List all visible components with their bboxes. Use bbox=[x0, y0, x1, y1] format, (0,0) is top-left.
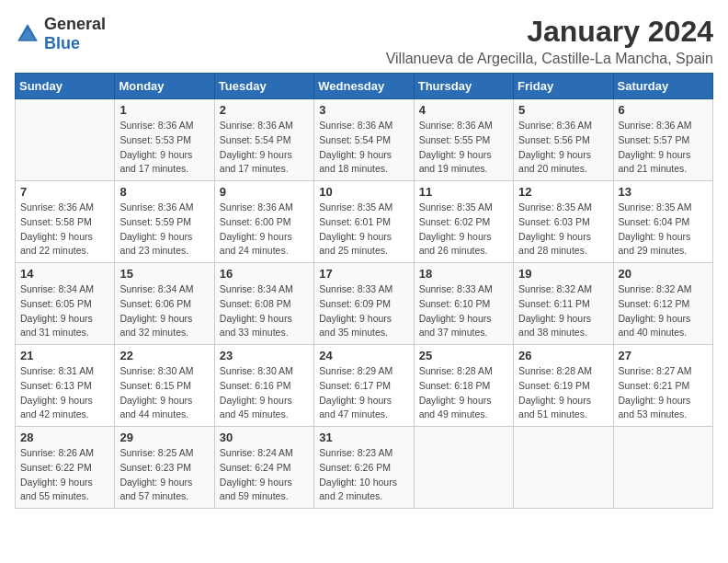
day-info: Sunrise: 8:26 AM Sunset: 6:22 PM Dayligh… bbox=[20, 446, 109, 504]
day-info: Sunrise: 8:31 AM Sunset: 6:13 PM Dayligh… bbox=[20, 364, 109, 422]
day-number: 13 bbox=[619, 185, 708, 199]
day-number: 5 bbox=[518, 103, 608, 117]
day-info: Sunrise: 8:34 AM Sunset: 6:05 PM Dayligh… bbox=[20, 282, 109, 340]
calendar-header-row: SundayMondayTuesdayWednesdayThursdayFrid… bbox=[16, 74, 713, 99]
calendar-cell: 20Sunrise: 8:32 AM Sunset: 6:12 PM Dayli… bbox=[613, 263, 712, 345]
calendar-cell: 12Sunrise: 8:35 AM Sunset: 6:03 PM Dayli… bbox=[514, 181, 613, 263]
day-info: Sunrise: 8:36 AM Sunset: 6:00 PM Dayligh… bbox=[220, 201, 309, 259]
day-info: Sunrise: 8:28 AM Sunset: 6:18 PM Dayligh… bbox=[419, 364, 508, 422]
day-number: 14 bbox=[20, 267, 109, 281]
day-number: 10 bbox=[319, 185, 408, 199]
day-number: 16 bbox=[220, 267, 309, 281]
calendar-cell: 4Sunrise: 8:36 AM Sunset: 5:55 PM Daylig… bbox=[414, 99, 513, 181]
day-info: Sunrise: 8:33 AM Sunset: 6:10 PM Dayligh… bbox=[419, 282, 508, 340]
calendar-cell: 26Sunrise: 8:28 AM Sunset: 6:19 PM Dayli… bbox=[514, 345, 613, 427]
calendar-week-row: 7Sunrise: 8:36 AM Sunset: 5:58 PM Daylig… bbox=[16, 181, 713, 263]
day-number: 19 bbox=[518, 267, 608, 281]
location-title: Villanueva de Argecilla, Castille-La Man… bbox=[386, 51, 713, 67]
col-header-wednesday: Wednesday bbox=[314, 74, 414, 99]
calendar-cell: 30Sunrise: 8:24 AM Sunset: 6:24 PM Dayli… bbox=[214, 427, 313, 509]
day-number: 25 bbox=[419, 349, 508, 362]
calendar-cell: 10Sunrise: 8:35 AM Sunset: 6:01 PM Dayli… bbox=[314, 181, 414, 263]
day-info: Sunrise: 8:32 AM Sunset: 6:11 PM Dayligh… bbox=[518, 282, 608, 340]
day-info: Sunrise: 8:29 AM Sunset: 6:17 PM Dayligh… bbox=[319, 364, 408, 422]
day-number: 8 bbox=[119, 185, 209, 199]
month-title: January 2024 bbox=[386, 15, 713, 49]
day-number: 20 bbox=[619, 267, 708, 281]
day-number: 26 bbox=[518, 349, 608, 362]
day-info: Sunrise: 8:28 AM Sunset: 6:19 PM Dayligh… bbox=[518, 364, 608, 422]
day-info: Sunrise: 8:33 AM Sunset: 6:09 PM Dayligh… bbox=[319, 282, 408, 340]
day-number: 3 bbox=[319, 103, 408, 117]
day-number: 31 bbox=[319, 431, 408, 444]
day-number: 4 bbox=[419, 103, 508, 117]
day-number: 30 bbox=[220, 431, 309, 444]
calendar-cell bbox=[613, 427, 712, 509]
day-number: 29 bbox=[119, 431, 209, 444]
col-header-monday: Monday bbox=[115, 74, 214, 99]
day-info: Sunrise: 8:34 AM Sunset: 6:06 PM Dayligh… bbox=[119, 282, 209, 340]
calendar-cell: 29Sunrise: 8:25 AM Sunset: 6:23 PM Dayli… bbox=[115, 427, 214, 509]
calendar-cell: 23Sunrise: 8:30 AM Sunset: 6:16 PM Dayli… bbox=[214, 345, 313, 427]
day-number: 15 bbox=[119, 267, 209, 281]
day-info: Sunrise: 8:30 AM Sunset: 6:16 PM Dayligh… bbox=[220, 364, 309, 422]
day-info: Sunrise: 8:35 AM Sunset: 6:02 PM Dayligh… bbox=[419, 201, 508, 259]
calendar-week-row: 28Sunrise: 8:26 AM Sunset: 6:22 PM Dayli… bbox=[16, 427, 713, 509]
calendar-table: SundayMondayTuesdayWednesdayThursdayFrid… bbox=[15, 73, 713, 509]
col-header-thursday: Thursday bbox=[414, 74, 513, 99]
calendar-cell: 14Sunrise: 8:34 AM Sunset: 6:05 PM Dayli… bbox=[16, 263, 115, 345]
logo-general-text: General bbox=[44, 15, 106, 33]
col-header-saturday: Saturday bbox=[613, 74, 712, 99]
day-info: Sunrise: 8:32 AM Sunset: 6:12 PM Dayligh… bbox=[619, 282, 708, 340]
calendar-cell: 2Sunrise: 8:36 AM Sunset: 5:54 PM Daylig… bbox=[214, 99, 313, 181]
day-info: Sunrise: 8:36 AM Sunset: 5:54 PM Dayligh… bbox=[220, 119, 309, 177]
calendar-cell: 31Sunrise: 8:23 AM Sunset: 6:26 PM Dayli… bbox=[314, 427, 414, 509]
day-info: Sunrise: 8:24 AM Sunset: 6:24 PM Dayligh… bbox=[220, 446, 309, 504]
day-info: Sunrise: 8:27 AM Sunset: 6:21 PM Dayligh… bbox=[619, 364, 708, 422]
calendar-cell: 13Sunrise: 8:35 AM Sunset: 6:04 PM Dayli… bbox=[613, 181, 712, 263]
day-info: Sunrise: 8:35 AM Sunset: 6:04 PM Dayligh… bbox=[619, 201, 708, 259]
day-number: 12 bbox=[518, 185, 608, 199]
day-info: Sunrise: 8:36 AM Sunset: 5:57 PM Dayligh… bbox=[619, 119, 708, 177]
page-header: General Blue January 2024 Villanueva de … bbox=[15, 15, 713, 67]
calendar-cell: 8Sunrise: 8:36 AM Sunset: 5:59 PM Daylig… bbox=[115, 181, 214, 263]
calendar-cell: 25Sunrise: 8:28 AM Sunset: 6:18 PM Dayli… bbox=[414, 345, 513, 427]
day-number: 7 bbox=[20, 185, 109, 199]
logo-icon bbox=[15, 21, 40, 47]
day-info: Sunrise: 8:36 AM Sunset: 5:53 PM Dayligh… bbox=[119, 119, 209, 177]
calendar-cell: 16Sunrise: 8:34 AM Sunset: 6:08 PM Dayli… bbox=[214, 263, 313, 345]
day-info: Sunrise: 8:25 AM Sunset: 6:23 PM Dayligh… bbox=[119, 446, 209, 504]
logo: General Blue bbox=[15, 15, 106, 53]
calendar-cell: 22Sunrise: 8:30 AM Sunset: 6:15 PM Dayli… bbox=[115, 345, 214, 427]
day-info: Sunrise: 8:34 AM Sunset: 6:08 PM Dayligh… bbox=[220, 282, 309, 340]
day-info: Sunrise: 8:36 AM Sunset: 5:56 PM Dayligh… bbox=[518, 119, 608, 177]
calendar-week-row: 1Sunrise: 8:36 AM Sunset: 5:53 PM Daylig… bbox=[16, 99, 713, 181]
calendar-cell: 6Sunrise: 8:36 AM Sunset: 5:57 PM Daylig… bbox=[613, 99, 712, 181]
day-info: Sunrise: 8:35 AM Sunset: 6:01 PM Dayligh… bbox=[319, 201, 408, 259]
col-header-friday: Friday bbox=[514, 74, 613, 99]
day-info: Sunrise: 8:36 AM Sunset: 5:59 PM Dayligh… bbox=[119, 201, 209, 259]
calendar-cell: 7Sunrise: 8:36 AM Sunset: 5:58 PM Daylig… bbox=[16, 181, 115, 263]
day-number: 27 bbox=[619, 349, 708, 362]
day-number: 18 bbox=[419, 267, 508, 281]
day-info: Sunrise: 8:36 AM Sunset: 5:54 PM Dayligh… bbox=[319, 119, 408, 177]
calendar-cell: 24Sunrise: 8:29 AM Sunset: 6:17 PM Dayli… bbox=[314, 345, 414, 427]
calendar-cell bbox=[414, 427, 513, 509]
calendar-cell: 15Sunrise: 8:34 AM Sunset: 6:06 PM Dayli… bbox=[115, 263, 214, 345]
calendar-cell: 28Sunrise: 8:26 AM Sunset: 6:22 PM Dayli… bbox=[16, 427, 115, 509]
day-number: 2 bbox=[220, 103, 309, 117]
calendar-cell: 3Sunrise: 8:36 AM Sunset: 5:54 PM Daylig… bbox=[314, 99, 414, 181]
col-header-sunday: Sunday bbox=[16, 74, 115, 99]
day-info: Sunrise: 8:30 AM Sunset: 6:15 PM Dayligh… bbox=[119, 364, 209, 422]
title-area: January 2024 Villanueva de Argecilla, Ca… bbox=[386, 15, 713, 67]
day-info: Sunrise: 8:23 AM Sunset: 6:26 PM Dayligh… bbox=[319, 446, 408, 504]
day-number: 21 bbox=[20, 349, 109, 362]
calendar-cell bbox=[16, 99, 115, 181]
calendar-cell: 21Sunrise: 8:31 AM Sunset: 6:13 PM Dayli… bbox=[16, 345, 115, 427]
day-number: 23 bbox=[220, 349, 309, 362]
day-number: 24 bbox=[319, 349, 408, 362]
day-number: 9 bbox=[220, 185, 309, 199]
calendar-cell: 1Sunrise: 8:36 AM Sunset: 5:53 PM Daylig… bbox=[115, 99, 214, 181]
calendar-week-row: 14Sunrise: 8:34 AM Sunset: 6:05 PM Dayli… bbox=[16, 263, 713, 345]
calendar-cell: 5Sunrise: 8:36 AM Sunset: 5:56 PM Daylig… bbox=[514, 99, 613, 181]
